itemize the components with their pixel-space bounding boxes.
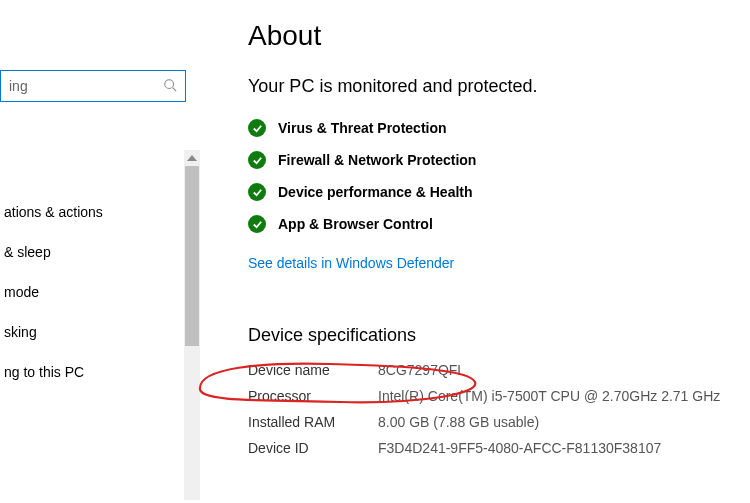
protection-status: Your PC is monitored and protected. bbox=[248, 76, 730, 97]
sidebar: ations & actions & sleep mode sking ng t… bbox=[0, 0, 200, 503]
protection-list: Virus & Threat Protection Firewall & Net… bbox=[248, 119, 730, 233]
svg-line-1 bbox=[173, 87, 177, 91]
device-specs-section: Device specifications Device name 8CG729… bbox=[248, 325, 730, 456]
protection-label: Device performance & Health bbox=[278, 184, 473, 200]
scrollbar-up-icon[interactable] bbox=[184, 150, 200, 166]
device-specs-title: Device specifications bbox=[248, 325, 730, 346]
protection-item-performance: Device performance & Health bbox=[248, 183, 730, 201]
sidebar-item-multitasking[interactable]: sking bbox=[0, 312, 200, 352]
check-icon bbox=[248, 183, 266, 201]
spec-label-device-name: Device name bbox=[248, 362, 378, 378]
spec-value-processor: Intel(R) Core(TM) i5-7500T CPU @ 2.70GHz… bbox=[378, 388, 730, 404]
spec-value-ram: 8.00 GB (7.88 GB usable) bbox=[378, 414, 730, 430]
sidebar-nav: ations & actions & sleep mode sking ng t… bbox=[0, 192, 200, 392]
spec-value-device-name: 8CG7297QFL bbox=[378, 362, 730, 378]
protection-label: App & Browser Control bbox=[278, 216, 433, 232]
check-icon bbox=[248, 215, 266, 233]
protection-item-app-browser: App & Browser Control bbox=[248, 215, 730, 233]
protection-label: Virus & Threat Protection bbox=[278, 120, 447, 136]
page-title: About bbox=[248, 20, 730, 52]
scrollbar[interactable] bbox=[184, 150, 200, 500]
device-specs-grid: Device name 8CG7297QFL Processor Intel(R… bbox=[248, 362, 730, 456]
protection-label: Firewall & Network Protection bbox=[278, 152, 476, 168]
check-icon bbox=[248, 151, 266, 169]
check-icon bbox=[248, 119, 266, 137]
spec-label-processor: Processor bbox=[248, 388, 378, 404]
spec-label-device-id: Device ID bbox=[248, 440, 378, 456]
protection-item-firewall: Firewall & Network Protection bbox=[248, 151, 730, 169]
main-content: About Your PC is monitored and protected… bbox=[200, 0, 750, 503]
sidebar-item-power-sleep[interactable]: & sleep bbox=[0, 232, 200, 272]
svg-point-0 bbox=[165, 79, 174, 88]
sidebar-item-projecting[interactable]: ng to this PC bbox=[0, 352, 200, 392]
scrollbar-thumb[interactable] bbox=[185, 166, 199, 346]
defender-link[interactable]: See details in Windows Defender bbox=[248, 255, 454, 271]
protection-item-virus: Virus & Threat Protection bbox=[248, 119, 730, 137]
search-input[interactable] bbox=[9, 78, 163, 94]
search-box[interactable] bbox=[0, 70, 186, 102]
spec-label-ram: Installed RAM bbox=[248, 414, 378, 430]
spec-value-device-id: F3D4D241-9FF5-4080-AFCC-F81130F38107 bbox=[378, 440, 730, 456]
sidebar-item-tablet-mode[interactable]: mode bbox=[0, 272, 200, 312]
sidebar-item-notifications[interactable]: ations & actions bbox=[0, 192, 200, 232]
search-icon[interactable] bbox=[163, 78, 177, 95]
